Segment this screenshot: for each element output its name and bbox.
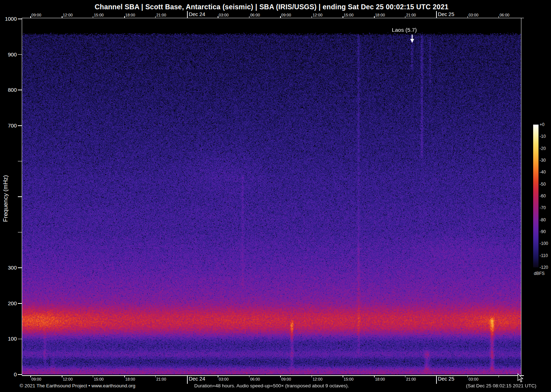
colorbar-tick-label: -40 (540, 170, 546, 175)
x-tick-label: 18:00 (375, 13, 385, 17)
colorbar-tick-label: +0 (540, 122, 545, 127)
x-tick-label: 21:00 (156, 13, 166, 17)
x-tick-label: Dec 25 (438, 11, 454, 17)
x-tick-label: 03:00 (219, 13, 229, 17)
x-tick-mark (155, 375, 156, 377)
x-tick-label: 12:00 (313, 377, 323, 381)
x-tick-mark (374, 375, 375, 377)
x-tick-mark (30, 16, 31, 18)
x-tick-mark (499, 375, 499, 377)
spectrogram-canvas (22, 20, 521, 375)
colorbar-tick-label: -30 (540, 158, 546, 163)
y-tick-mark (18, 125, 22, 126)
x-tick-mark (218, 16, 218, 18)
x-tick-label: 18:00 (375, 377, 385, 381)
x-tick-mark (280, 16, 281, 18)
plot-border-right (521, 18, 522, 376)
event-annotation-label: Laos (5.7) (376, 27, 433, 33)
x-tick-mark (187, 11, 188, 18)
y-tick-label: 1000 (0, 16, 17, 22)
x-tick-label: 12:00 (63, 13, 73, 17)
x-tick-mark (124, 16, 125, 18)
x-tick-mark (30, 375, 31, 377)
x-tick-mark (249, 16, 250, 18)
y-tick-mark (18, 339, 22, 340)
x-tick-label: 21:00 (406, 377, 416, 381)
y-tick-mark (18, 374, 22, 375)
x-tick-label: 15:00 (94, 13, 104, 17)
x-tick-mark (312, 375, 312, 377)
x-tick-label: 12:00 (313, 13, 323, 17)
x-tick-mark (62, 375, 62, 377)
y-tick-mark (18, 196, 22, 197)
x-tick-mark (155, 16, 156, 18)
plot-border-left (22, 18, 22, 376)
x-tick-label: 15:00 (344, 13, 354, 17)
x-tick-label: 09:00 (31, 377, 41, 381)
x-tick-label: 03:00 (219, 377, 229, 381)
x-tick-mark (374, 16, 375, 18)
x-tick-label: 15:00 (344, 377, 354, 381)
colorbar-tick-label: -10 (540, 134, 546, 139)
x-tick-label: 18:00 (125, 13, 135, 17)
y-tick-label: 100 (0, 336, 17, 342)
x-tick-mark (93, 375, 93, 377)
colorbar-gradient (533, 125, 539, 267)
y-tick-mark (18, 161, 22, 162)
x-tick-label: Dec 25 (438, 376, 454, 382)
y-tick-label: 200 (0, 300, 17, 306)
y-tick-mark (18, 19, 22, 19)
x-tick-mark (187, 375, 188, 384)
y-tick-mark (18, 232, 22, 233)
y-tick-label: 300 (0, 265, 17, 271)
y-tick-mark (18, 90, 22, 90)
x-tick-label: 21:00 (406, 13, 416, 17)
x-tick-mark (405, 375, 406, 377)
x-tick-label: 03:00 (469, 377, 479, 381)
x-tick-mark (312, 16, 312, 18)
annotation-down-arrow-icon (409, 34, 415, 44)
y-tick-label: 900 (0, 51, 17, 57)
x-tick-mark (280, 375, 281, 377)
x-tick-mark (436, 11, 437, 18)
spectrogram-page: { "title": "Channel SBA | Scott Base, An… (0, 0, 551, 392)
y-tick-mark (18, 54, 22, 55)
colorbar-tick-label: -70 (540, 205, 546, 210)
footer-duration: Duration=48 hours. Audio speed-up=500× (… (22, 383, 521, 388)
page-title: Channel SBA | Scott Base, Antarctica (se… (22, 3, 521, 11)
x-tick-mark (499, 16, 499, 18)
x-tick-mark (436, 375, 437, 384)
colorbar-tick-label: -20 (540, 146, 546, 151)
x-tick-mark (405, 16, 406, 18)
x-tick-mark (249, 375, 250, 377)
y-tick-mark (18, 267, 22, 268)
x-tick-label: 09:00 (281, 377, 291, 381)
mouse-cursor-icon (517, 373, 524, 383)
colorbar-tick-label: -90 (540, 229, 546, 234)
x-tick-label: 09:00 (31, 13, 41, 17)
colorbar-tick-label: -60 (540, 194, 546, 198)
footer-timestamp: (Sat Dec 25 08:02:15 2021 UTC) (466, 383, 536, 388)
x-tick-mark (218, 375, 218, 377)
x-tick-label: 15:00 (94, 377, 104, 381)
colorbar-tick-label: -80 (540, 217, 546, 222)
x-tick-mark (62, 16, 62, 18)
colorbar-tick-label: -100 (540, 241, 548, 246)
x-tick-label: 06:00 (500, 13, 510, 17)
x-tick-label: 09:00 (281, 13, 291, 17)
colorbar-tick-label: -50 (540, 182, 546, 187)
colorbar-unit-label: dBFS (534, 271, 545, 276)
x-tick-mark (93, 16, 93, 18)
y-tick-label: 700 (0, 122, 17, 129)
x-tick-label: 21:00 (156, 377, 166, 381)
x-tick-mark (343, 375, 343, 377)
y-axis-title: Frequency (mHz) (2, 145, 10, 252)
colorbar-tick-label: -120 (540, 265, 548, 270)
x-tick-label: 06:00 (250, 13, 260, 17)
x-tick-mark (343, 16, 343, 18)
x-tick-label: Dec 24 (189, 11, 205, 17)
x-tick-label: 06:00 (250, 377, 260, 381)
y-tick-mark (18, 303, 22, 304)
x-tick-label: 12:00 (63, 377, 73, 381)
x-tick-label: 18:00 (125, 377, 135, 381)
